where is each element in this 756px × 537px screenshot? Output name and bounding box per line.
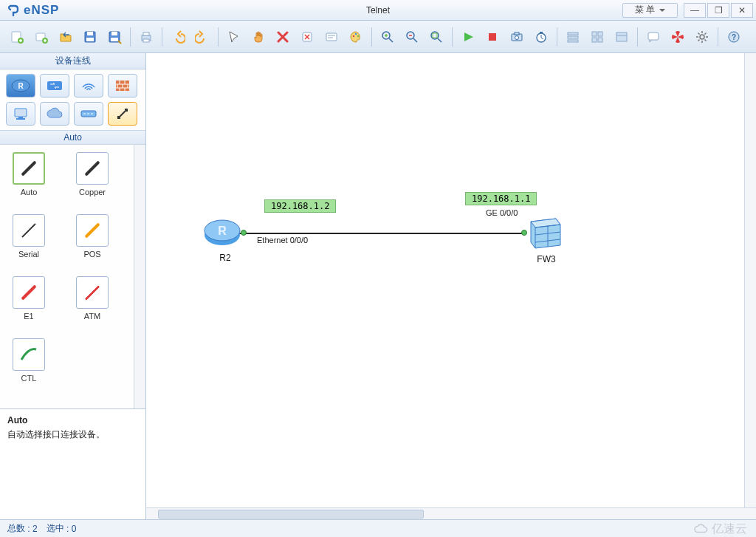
cat-wlan[interactable] (74, 74, 103, 98)
ip-label-fw3[interactable]: 192.168.1.1 (465, 192, 537, 205)
titlebar-right: 菜 单 — ❐ ✕ (622, 3, 753, 18)
close-button[interactable]: ✕ (731, 3, 753, 18)
layout-panel-button[interactable] (611, 26, 633, 48)
svg-rect-12 (143, 39, 149, 42)
minimize-button[interactable]: — (684, 3, 706, 18)
stop-button[interactable] (481, 26, 504, 48)
capture-button[interactable] (506, 26, 528, 48)
zoom-fit-button[interactable] (425, 26, 447, 48)
device-pos[interactable]: POS (71, 214, 114, 259)
redo-button[interactable] (191, 26, 213, 48)
save-as-button[interactable] (103, 26, 126, 48)
layout-list-button[interactable] (562, 26, 584, 48)
sidebar-subtitle: Auto (0, 130, 145, 145)
svg-rect-22 (489, 33, 496, 41)
svg-rect-29 (568, 36, 578, 38)
node-label-r2[interactable]: R2 (214, 253, 236, 263)
timer-button[interactable] (530, 26, 552, 48)
print-button[interactable] (135, 26, 157, 48)
canvas-hscrollbar[interactable] (146, 507, 756, 519)
undo-button[interactable] (167, 26, 189, 48)
open-button[interactable] (55, 26, 77, 48)
app-logo: eNSP (0, 3, 59, 18)
hscroll-thumb[interactable] (158, 510, 424, 519)
new-device-button[interactable] (30, 26, 52, 48)
svg-rect-36 (648, 33, 659, 40)
device-atm[interactable]: ATM (71, 276, 114, 321)
ip-label-r2[interactable]: 192.168.1.2 (264, 199, 336, 213)
cat-router[interactable]: R (6, 74, 35, 98)
settings-button[interactable] (691, 26, 713, 48)
node-r2[interactable]: R (202, 214, 243, 253)
cat-link[interactable] (108, 102, 137, 126)
maximize-icon: ❐ (715, 5, 723, 16)
delete-button[interactable] (272, 26, 294, 48)
device-copper[interactable]: Copper (71, 152, 114, 196)
sidebar-scrollbar[interactable] (134, 145, 145, 408)
device-list-wrap: Auto Copper Serial POS E1 (0, 145, 145, 408)
router-icon: R (202, 214, 243, 250)
help-button[interactable]: ? (723, 26, 745, 48)
main-area: 设备连线 R Auto Auto Copper (0, 53, 756, 519)
sidebar-title: 设备连线 (0, 53, 145, 69)
device-e1[interactable]: E1 (7, 276, 50, 321)
huawei-button[interactable] (667, 26, 689, 48)
svg-point-16 (355, 33, 357, 34)
svg-rect-30 (568, 40, 578, 42)
zoom-in-button[interactable] (377, 26, 399, 48)
svg-rect-32 (598, 32, 602, 36)
svg-rect-44 (15, 109, 27, 117)
node-label-fw3[interactable]: FW3 (532, 254, 561, 264)
pointer-button[interactable] (223, 26, 245, 48)
iface-label-r2: Ethernet 0/0/0 (257, 236, 308, 244)
menu-button[interactable]: 菜 单 (622, 3, 678, 18)
svg-text:R: R (18, 82, 24, 90)
new-topo-button[interactable] (6, 26, 28, 48)
canvas-wrap: R 192.168.1.2 Ethernet 0/0/0 R2 192.168.… (146, 53, 756, 519)
svg-point-25 (515, 35, 519, 39)
title-bar: eNSP Telnet 菜 单 — ❐ ✕ (0, 0, 756, 21)
cat-pc[interactable] (6, 102, 35, 126)
zoom-out-button[interactable] (401, 26, 423, 48)
svg-rect-42 (47, 81, 62, 90)
clear-button[interactable] (296, 26, 318, 48)
start-button[interactable] (457, 26, 479, 48)
svg-point-37 (700, 35, 704, 39)
cat-firewall[interactable] (108, 74, 137, 98)
cat-cloud[interactable] (40, 102, 69, 126)
separator (452, 27, 453, 47)
device-e1-icon (13, 276, 45, 309)
save-button[interactable] (79, 26, 101, 48)
cat-hub[interactable] (74, 102, 103, 126)
device-label: POS (83, 250, 100, 259)
description-panel: Auto 自动选择接口连接设备。 (0, 408, 145, 519)
cat-switch[interactable] (40, 74, 69, 98)
separator (218, 27, 219, 47)
palette-button[interactable] (345, 26, 367, 48)
svg-rect-6 (86, 38, 94, 41)
link-r2-fw3[interactable] (235, 233, 526, 234)
device-ctl[interactable]: CTL (7, 338, 50, 383)
canvas-vscrollbar[interactable] (744, 53, 756, 507)
separator (718, 27, 718, 47)
svg-rect-34 (598, 38, 602, 42)
svg-rect-28 (568, 33, 578, 35)
message-button[interactable] (642, 26, 664, 48)
close-icon: ✕ (738, 5, 746, 16)
topology-canvas[interactable]: R 192.168.1.2 Ethernet 0/0/0 R2 192.168.… (146, 53, 756, 507)
svg-rect-27 (540, 32, 543, 33)
device-label: Auto (21, 188, 38, 196)
device-serial[interactable]: Serial (7, 214, 50, 259)
text-button[interactable] (320, 26, 343, 48)
watermark-text: 亿速云 (712, 521, 747, 536)
node-fw3[interactable] (526, 217, 563, 253)
pan-button[interactable] (247, 26, 269, 48)
layout-grid-button[interactable] (586, 26, 608, 48)
device-auto[interactable]: Auto (7, 152, 50, 196)
maximize-button[interactable]: ❐ (707, 3, 729, 18)
cloud-icon (693, 522, 709, 536)
status-total-value: 2 (32, 524, 38, 534)
status-bar: 总数 : 2 选中 : 0 亿速云 (0, 519, 756, 537)
device-category-grid: R (0, 69, 145, 130)
separator (130, 27, 131, 47)
